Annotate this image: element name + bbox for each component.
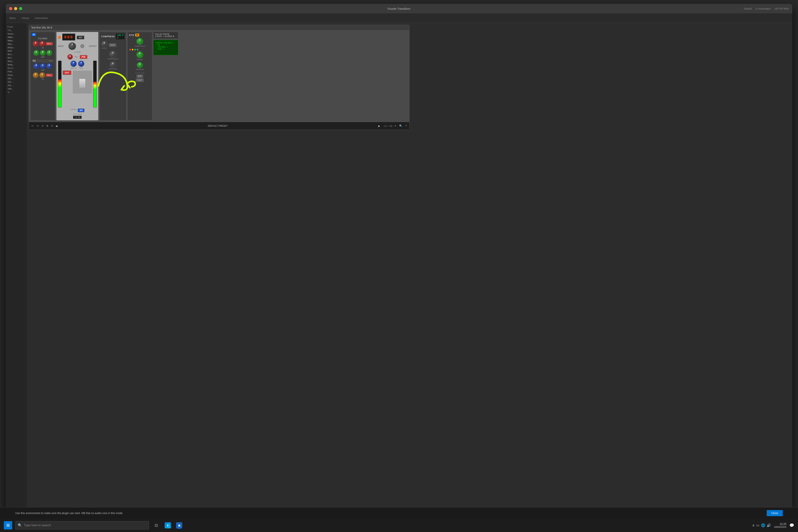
hq-label[interactable]: HQ	[389, 125, 393, 127]
nav-library[interactable]: Library	[22, 17, 29, 19]
sidebar-item-8[interactable]: MLF...	[6, 56, 27, 59]
preset-c-btn[interactable]: C	[50, 124, 54, 128]
nav-default: Default	[744, 7, 752, 10]
led-digits: 000	[64, 35, 73, 39]
task-view-button[interactable]: ⊡	[152, 521, 160, 530]
maximize-button[interactable]	[19, 7, 22, 10]
sidebar-item-13[interactable]: Repe...	[6, 73, 27, 77]
led-display: 000	[62, 34, 75, 40]
network-icon: 🌐	[761, 523, 765, 528]
mic-knob[interactable]	[68, 54, 73, 59]
sidebar-item-18[interactable]: V...	[6, 91, 27, 94]
sidebar-item-16[interactable]: SSL ...	[6, 83, 27, 87]
minimize-button[interactable]	[14, 7, 17, 10]
sidebar-item-5[interactable]: MSpa...	[6, 46, 27, 49]
out-trim-value: 0.0 dB	[73, 116, 82, 119]
ratio-knob[interactable]	[101, 41, 107, 47]
eq-header: EQ	[32, 59, 54, 62]
active-app-button[interactable]: ▣	[175, 521, 183, 530]
sidebar-item-15[interactable]: SSL ...	[6, 80, 27, 83]
volume-icon[interactable]: 🔊	[767, 523, 771, 528]
compressor-section: COMPRESS 100.0 % MIX RATIO FAST	[99, 32, 126, 120]
sidebar-item-3[interactable]: MMix...	[6, 39, 27, 42]
taskbar-clock: 12:25 18/04/2024	[774, 522, 786, 528]
notification-message: Use this environment to make sure the pl…	[15, 512, 763, 515]
in-button[interactable]: IN	[32, 33, 36, 36]
prev-preset-btn[interactable]: ◀	[55, 125, 57, 128]
range-knob[interactable]	[137, 51, 143, 58]
help-btn[interactable]: ?	[404, 124, 407, 128]
eq-out-btn[interactable]	[51, 61, 53, 61]
taskbar-search-bar[interactable]: 🔍 Type here to search	[15, 521, 149, 530]
lmf-gain-knob[interactable]	[47, 63, 52, 69]
lmf-q-knob[interactable]	[40, 63, 46, 69]
app-nav: Menu Library Instruments	[6, 13, 792, 23]
cut-button[interactable]: CUT	[62, 71, 71, 75]
notification-close-button[interactable]: Close	[767, 510, 783, 516]
preset-b-btn[interactable]: B	[46, 124, 49, 128]
sidebar-item-2[interactable]: MMin...	[6, 36, 27, 39]
sidebar-item-6[interactable]: MHF	[6, 49, 27, 53]
lmf-freq-knob[interactable]	[33, 63, 39, 69]
ratio-row: RATIO FAST	[101, 41, 125, 49]
chevron-icon[interactable]: ∧	[752, 523, 755, 528]
channel-knob[interactable]	[68, 42, 76, 50]
notification-button[interactable]: 💬	[790, 523, 794, 528]
lf-gain-knob[interactable]	[39, 72, 45, 78]
threshold-knob[interactable]	[109, 51, 116, 58]
bell-btn-lf[interactable]: BELL	[46, 74, 53, 77]
edge-browser-button[interactable]: e	[163, 521, 172, 530]
eq-active-indicator	[49, 61, 51, 61]
close-button[interactable]	[9, 7, 12, 10]
nav-instruments[interactable]: Instruments	[35, 17, 48, 19]
pan-knob[interactable]	[78, 61, 84, 67]
hmf-gain-knob[interactable]	[47, 50, 52, 56]
hf-gain-knob[interactable]	[39, 41, 45, 46]
sidebar-item-11[interactable]: Pro C...	[6, 66, 27, 70]
search-plugin-btn[interactable]: 🔍	[398, 124, 403, 128]
dyn-release-knob[interactable]	[137, 62, 143, 68]
hmf-q-knob[interactable]	[40, 50, 46, 56]
start-button[interactable]: ⊞	[4, 521, 12, 530]
sc-button[interactable]: S/C	[78, 109, 85, 112]
in-trim-label: IN TRIM	[58, 51, 97, 53]
fast-btn-dyn[interactable]: FAST	[136, 79, 143, 82]
sidebar-item-1[interactable]: Name...	[6, 32, 27, 36]
width-knob[interactable]	[71, 61, 77, 67]
screen-line-0: DYNEIN DYN DYN F	[155, 42, 176, 44]
meter-led-1	[132, 49, 133, 51]
lf-freq-knob[interactable]	[33, 72, 39, 78]
sidebar-item-4[interactable]: MSo...	[6, 42, 27, 46]
hmf-freq-knob[interactable]	[33, 50, 39, 56]
phase-btn[interactable]	[80, 44, 84, 48]
input-meter-fill	[58, 79, 61, 107]
sidebar-item-9[interactable]: MVis...	[6, 59, 27, 63]
sidebar-section-label: Plugin	[6, 25, 27, 28]
hf-freq-knob[interactable]	[33, 41, 39, 46]
sidebar-item-17[interactable]: Vale...	[6, 87, 27, 91]
fader-handle[interactable]	[79, 79, 86, 88]
pre-button[interactable]: PRE	[80, 55, 87, 59]
nav-automation: G.Automation	[756, 7, 771, 10]
sidebar-item-10[interactable]: MWa...	[6, 63, 27, 66]
redo-btn[interactable]: ↪	[36, 124, 39, 128]
next-preset-btn[interactable]: ▶	[378, 125, 380, 128]
list-icon[interactable]: ≡	[394, 124, 397, 128]
sidebar-item-0[interactable]: T E...	[6, 28, 27, 32]
power-led	[58, 36, 61, 39]
comp-header: COMPRESS 100.0 % MIX	[101, 34, 125, 39]
output-label: OUTPUT	[89, 45, 97, 47]
sidebar-item-12[interactable]: Publ...	[6, 70, 27, 73]
sidebar-item-7[interactable]: MTu...	[6, 53, 27, 56]
exp-button[interactable]: EXP	[137, 75, 143, 78]
degree-btn[interactable]: 360°	[77, 36, 84, 39]
fast-btn-comp[interactable]: FAST	[109, 43, 116, 47]
release-knob-comp[interactable]	[110, 61, 116, 68]
dyn-threshold-knob[interactable]	[137, 38, 143, 45]
nav-menu[interactable]: Menu	[10, 17, 16, 19]
undo-btn[interactable]: ↩	[31, 124, 34, 128]
bell-btn-hf[interactable]: BELL	[46, 42, 53, 45]
preset-a-btn[interactable]: A	[41, 124, 44, 128]
search-placeholder-text: Type here to search	[24, 524, 146, 527]
sidebar-item-14[interactable]: SDL ...	[6, 77, 27, 80]
